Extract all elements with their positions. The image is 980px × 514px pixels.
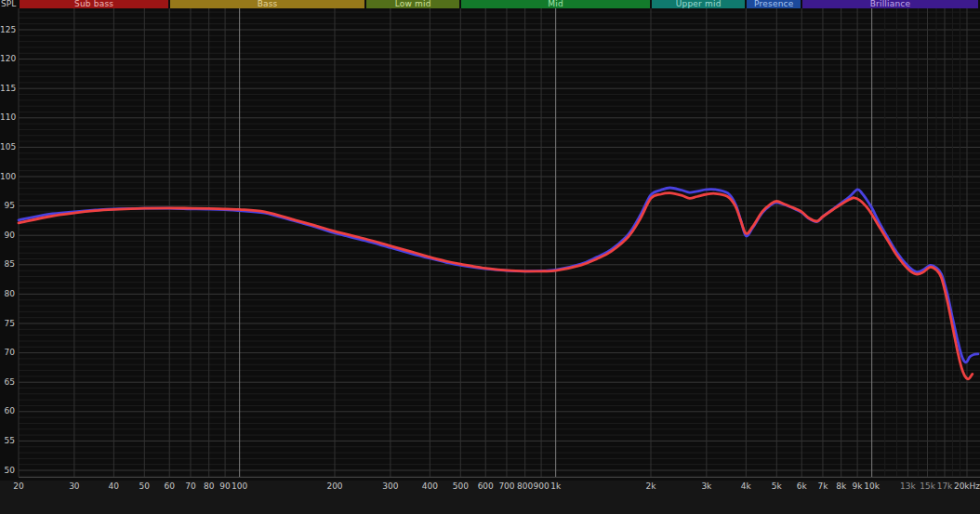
x-tick-label: 10k	[864, 481, 880, 491]
band-label: Presence	[754, 0, 793, 8]
band-label: Mid	[548, 0, 563, 8]
band-presence: Presence	[747, 0, 801, 8]
x-tick-label: 13k	[900, 481, 916, 491]
x-tick-label: 200	[326, 481, 342, 491]
y-tick-label: 50	[0, 466, 15, 476]
x-tick-label: 800	[517, 481, 533, 491]
x-tick-label: 700	[498, 481, 514, 491]
y-tick-label: 120	[0, 54, 15, 64]
x-tick-label: 500	[453, 481, 469, 491]
band-low-mid: Low mid	[366, 0, 459, 8]
frequency-response-chart: Sub bassBassLow midMidUpper midPresenceB…	[0, 0, 980, 514]
graph-page: { "chart_data": { "type": "line", "x_sca…	[0, 0, 980, 514]
band-label: Low mid	[395, 0, 431, 8]
x-tick-label: 8k	[836, 481, 846, 491]
x-tick-label: 4k	[741, 481, 751, 491]
y-tick-label: 85	[0, 259, 15, 270]
band-sub-bass: Sub bass	[20, 0, 168, 8]
x-tick-label: 30	[69, 481, 79, 491]
x-tick-label: 9k	[853, 481, 863, 491]
plot-background	[0, 0, 980, 481]
band-label: Upper mid	[676, 0, 722, 8]
y-tick-label: 65	[0, 377, 15, 388]
x-tick-label: 20	[13, 481, 23, 491]
x-tick-label: 300	[382, 481, 398, 491]
y-tick-label: 125	[0, 25, 15, 35]
x-tick-label: 900	[533, 481, 549, 491]
y-tick-label: 75	[0, 319, 15, 329]
y-tick-label: 100	[0, 172, 15, 182]
x-tick-label: 6k	[797, 481, 807, 491]
x-tick-label: 20kHz	[954, 481, 980, 491]
x-tick-label: 5k	[772, 481, 782, 491]
x-tick-label: 50	[139, 481, 150, 491]
band-upper-mid: Upper mid	[652, 0, 745, 8]
x-tick-label: 600	[478, 481, 494, 491]
y-tick-label: 110	[0, 112, 15, 123]
x-tick-label: 2k	[646, 481, 656, 491]
band-label: Bass	[258, 0, 278, 8]
band-label: Sub bass	[74, 0, 113, 8]
y-tick-label: 70	[0, 348, 15, 358]
chart-canvas	[0, 0, 980, 514]
band-label: Brilliance	[870, 0, 911, 8]
x-tick-label: 15k	[920, 481, 935, 491]
band-brilliance: Brilliance	[802, 0, 978, 8]
x-tick-label: 7k	[817, 481, 828, 491]
y-tick-label: 90	[0, 231, 15, 241]
x-tick-label: 400	[422, 481, 438, 491]
y-tick-label: 95	[0, 201, 15, 211]
x-tick-label: 1k	[550, 481, 561, 491]
x-tick-label: 80	[204, 481, 214, 491]
y-tick-label: 80	[0, 289, 15, 299]
x-tick-label: 17k	[937, 481, 953, 491]
x-tick-label: 3k	[701, 481, 711, 491]
band-mid: Mid	[461, 0, 650, 8]
band-bass: Bass	[170, 0, 364, 8]
spl-axis-title: SPL	[1, 0, 16, 8]
y-tick-label: 105	[0, 142, 15, 152]
y-tick-label: 55	[0, 436, 15, 446]
x-tick-label: 60	[164, 481, 174, 491]
x-tick-label: 100	[232, 481, 247, 491]
y-tick-label: 60	[0, 406, 15, 416]
y-tick-label: 115	[0, 84, 15, 94]
x-tick-label: 40	[109, 481, 119, 491]
x-tick-label: 90	[219, 481, 230, 491]
x-tick-label: 70	[185, 481, 195, 491]
